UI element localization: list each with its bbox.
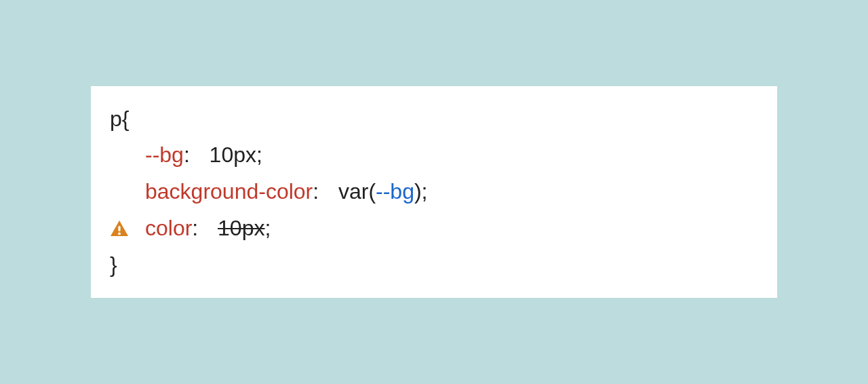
css-property: --bg [145, 137, 184, 174]
var-close: ) [414, 174, 422, 210]
warning-icon [110, 220, 129, 237]
semicolon: ; [422, 174, 428, 210]
colon: : [192, 210, 198, 247]
css-property: color [145, 210, 192, 247]
close-brace: } [110, 247, 117, 284]
css-value-invalid: 10px [218, 210, 264, 247]
close-brace-line: } [110, 247, 758, 284]
declaration-line: background-color: var(--bg); [110, 174, 758, 210]
css-value: 10px [210, 137, 256, 174]
svg-point-1 [118, 232, 121, 235]
svg-rect-0 [118, 226, 120, 231]
declaration-line-invalid: color: 10px; [110, 210, 758, 247]
selector: p [110, 101, 122, 138]
css-code-panel: p { --bg: 10px; background-color: var(--… [91, 86, 777, 299]
declaration-line: --bg: 10px; [110, 137, 758, 174]
semicolon: ; [256, 137, 262, 174]
selector-line: p { [110, 101, 758, 138]
semicolon: ; [264, 210, 271, 247]
colon: : [313, 174, 319, 210]
css-variable-ref: --bg [376, 174, 414, 210]
colon: : [184, 137, 190, 174]
css-property: background-color [145, 174, 313, 210]
open-brace: { [122, 101, 130, 138]
var-open: var( [338, 174, 376, 210]
